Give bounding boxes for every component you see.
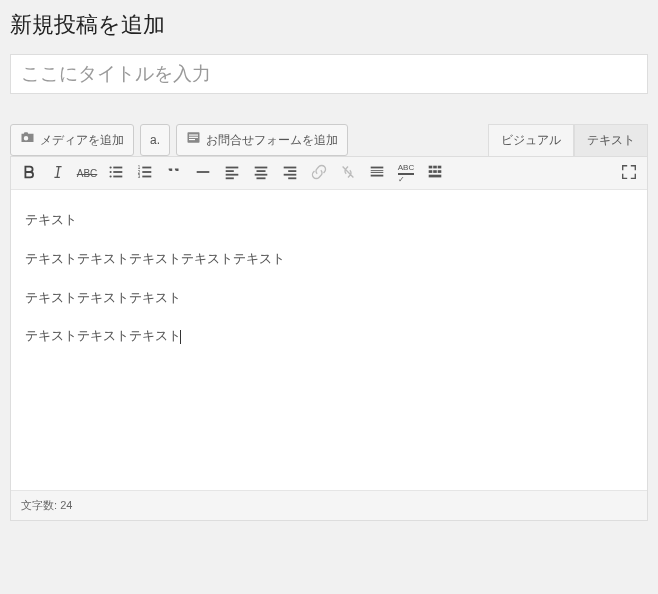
svg-rect-23 [255,173,268,175]
editor-statusbar: 文字数: 24 [11,490,647,520]
camera-music-icon [20,130,35,150]
svg-rect-22 [257,170,266,172]
add-media-button[interactable]: メディアを追加 [10,124,134,156]
align-center-button[interactable] [247,160,275,186]
title-input[interactable] [10,54,648,94]
align-left-icon [223,163,241,184]
svg-point-4 [110,166,112,168]
svg-rect-25 [284,166,297,168]
svg-rect-24 [257,177,266,179]
ol-icon: 123 [136,163,154,184]
svg-rect-34 [433,165,437,168]
strike-icon: ABC [77,168,98,179]
svg-rect-7 [113,166,122,168]
text-cursor [180,330,181,344]
quote-button[interactable] [160,160,188,186]
svg-rect-32 [371,174,384,176]
svg-rect-13 [142,166,151,168]
add-contact-form-button[interactable]: お問合せフォームを追加 [176,124,348,156]
wordcount-value: 24 [60,499,72,511]
align-right-button[interactable] [276,160,304,186]
svg-rect-31 [371,172,384,173]
svg-rect-20 [226,177,234,179]
svg-rect-16 [197,171,210,173]
bold-icon [20,163,38,184]
svg-rect-27 [284,173,297,175]
more-button[interactable] [363,160,391,186]
svg-rect-21 [255,166,268,168]
add-media-label: メディアを追加 [40,132,124,149]
media-row: メディアを追加 a. お問合せフォームを追加 ビジュアル テキスト [10,124,648,156]
svg-rect-30 [371,170,384,171]
svg-rect-37 [433,170,437,173]
hr-button[interactable] [189,160,217,186]
content-line: テキストテキストテキスト [25,326,633,347]
svg-text:3: 3 [138,174,141,179]
align-center-icon [252,163,270,184]
fullscreen-icon [620,163,638,184]
svg-rect-14 [142,171,151,173]
italic-button[interactable] [44,160,72,186]
svg-rect-26 [288,170,296,172]
editor-content[interactable]: テキスト テキストテキストテキストテキストテキスト テキストテキストテキスト テ… [11,190,647,490]
editor-toolbar: ABC 123 ABC✓ [11,157,647,190]
page-title: 新規投稿を追加 [10,10,648,40]
svg-rect-36 [429,170,433,173]
fullscreen-button[interactable] [615,160,643,186]
link-icon [310,163,328,184]
unlink-button[interactable] [334,160,362,186]
ul-icon [107,163,125,184]
toggle-toolbar-button[interactable] [421,160,449,186]
more-icon [368,163,386,184]
italic-icon [49,163,67,184]
ul-button[interactable] [102,160,130,186]
content-line: テキスト [25,210,633,231]
svg-rect-28 [288,177,296,179]
svg-rect-3 [189,139,195,140]
svg-rect-15 [142,175,151,177]
svg-rect-17 [226,166,239,168]
svg-rect-29 [371,166,384,168]
action-buttons: メディアを追加 a. お問合せフォームを追加 [10,124,348,156]
tab-visual[interactable]: ビジュアル [488,124,574,156]
svg-rect-19 [226,173,239,175]
amazon-button[interactable]: a. [140,124,170,156]
quote-icon [165,163,183,184]
svg-rect-1 [189,135,198,136]
align-right-icon [281,163,299,184]
spellcheck-icon: ABC✓ [398,163,414,184]
strike-button[interactable]: ABC [73,160,101,186]
svg-rect-18 [226,170,234,172]
spellcheck-button[interactable]: ABC✓ [392,160,420,186]
svg-rect-9 [113,175,122,177]
svg-rect-33 [429,165,433,168]
svg-rect-39 [429,174,442,177]
unlink-icon [339,163,357,184]
ol-button[interactable]: 123 [131,160,159,186]
add-contact-form-label: お問合せフォームを追加 [206,132,338,149]
link-button[interactable] [305,160,333,186]
editor: ABC 123 ABC✓ テキスト テキストテキストテキストテキストテキスト テ… [10,156,648,521]
kitchen-sink-icon [426,163,444,184]
bold-button[interactable] [15,160,43,186]
svg-rect-2 [189,137,198,138]
svg-point-6 [110,175,112,177]
content-line: テキストテキストテキスト [25,288,633,309]
hr-icon [194,163,212,184]
svg-point-5 [110,170,112,172]
svg-rect-35 [438,165,442,168]
svg-rect-8 [113,171,122,173]
content-line: テキストテキストテキストテキストテキスト [25,249,633,270]
svg-rect-38 [438,170,442,173]
wordcount-label: 文字数: [21,499,57,511]
form-icon [186,130,201,150]
amazon-label: a. [150,132,160,149]
tab-text[interactable]: テキスト [574,124,648,156]
editor-tabs: ビジュアル テキスト [488,124,648,156]
align-left-button[interactable] [218,160,246,186]
